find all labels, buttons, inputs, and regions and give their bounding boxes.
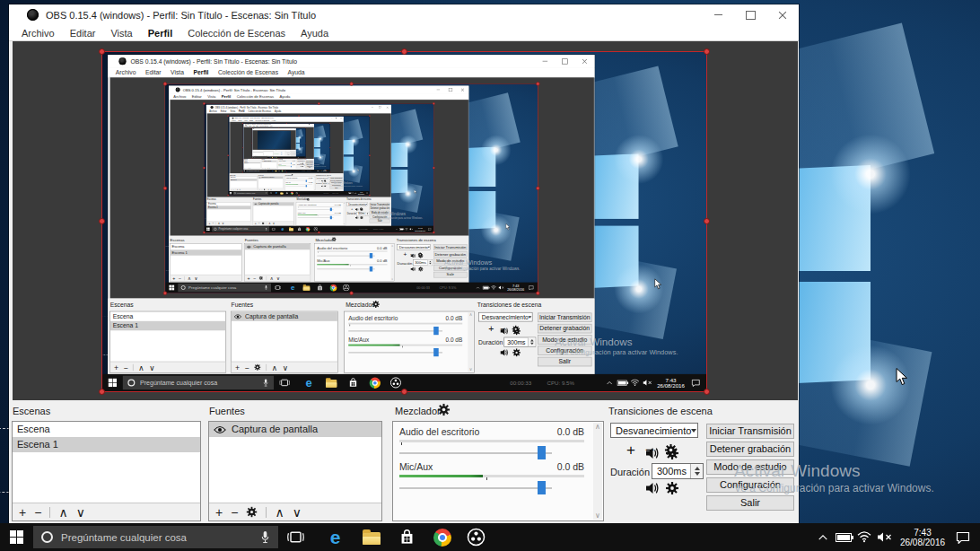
duration-spinner[interactable]: 300ms [301, 164, 305, 166]
source-up-button[interactable]: ∧ [272, 363, 277, 372]
scene-up-button[interactable]: ∧ [138, 363, 144, 372]
search-input[interactable]: Pregúntame cualquier cosa [123, 376, 274, 389]
source-item-selected[interactable]: Captura de pantalla [261, 161, 276, 162]
remove-source-button[interactable]: − [261, 188, 262, 190]
selection-handle[interactable] [163, 187, 167, 190]
battery-icon[interactable] [348, 192, 351, 193]
taskbar-clock[interactable]: 7:43 26/08/2016 [896, 528, 949, 547]
add-source-button[interactable]: + [247, 276, 249, 280]
add-scene-button[interactable]: + [172, 276, 175, 280]
selection-handle[interactable] [318, 232, 320, 234]
transition-properties-icon[interactable] [664, 443, 678, 457]
studio-mode-button[interactable]: Modo de estudio [433, 258, 467, 264]
scene-item-selected[interactable]: Escena 1 [13, 437, 200, 452]
edge-icon[interactable]: e [272, 170, 274, 172]
screen-capture-source[interactable]: OBS 0.15.4 (windows) - Perfil: Sin Títul… [243, 123, 330, 172]
spinner-arrows[interactable] [690, 464, 703, 478]
selection-handle[interactable] [704, 48, 710, 55]
volume-slider[interactable] [348, 348, 462, 357]
scene-up-button[interactable]: ∧ [218, 222, 220, 224]
menu-item-archivo[interactable]: Archivo [116, 69, 136, 75]
add-source-button[interactable]: + [215, 506, 223, 519]
volume-slider-handle[interactable] [330, 208, 332, 211]
add-transition-button[interactable]: + [626, 442, 635, 458]
mic-icon[interactable] [266, 171, 267, 171]
exit-button[interactable]: Salir [538, 357, 591, 366]
add-scene-button[interactable]: + [114, 363, 118, 372]
eye-icon[interactable] [234, 313, 242, 319]
selection-handle[interactable] [286, 123, 287, 124]
maximize-button[interactable] [444, 86, 457, 94]
selection-handle[interactable] [242, 147, 243, 148]
selection-handle[interactable] [305, 158, 306, 159]
volume-slider-handle[interactable] [330, 216, 332, 219]
selection-handle[interactable] [536, 82, 539, 85]
menu-item-archivo[interactable]: Archivo [209, 110, 217, 113]
minimize-button[interactable] [432, 86, 444, 94]
screen-capture-source[interactable] [258, 131, 291, 150]
file-explorer-icon[interactable] [324, 374, 339, 391]
edge-icon[interactable]: e [302, 374, 317, 391]
close-button[interactable] [457, 86, 469, 94]
search-input[interactable]: Pregúntame cualquier cosa [246, 170, 267, 171]
task-view-button[interactable] [269, 191, 273, 195]
studio-mode-button[interactable]: Modo de estudio [706, 459, 794, 475]
taskbar-clock[interactable]: 7:43 26/08/2016 [414, 227, 426, 232]
source-item-selected[interactable]: Captura de pantalla [253, 202, 293, 206]
stop-recording-button[interactable]: Detener grabación [706, 442, 794, 457]
tray-chevron-icon[interactable] [603, 380, 616, 385]
menu-item-coleccion[interactable]: Colección de Escenas [188, 28, 285, 39]
volume-slider-handle[interactable] [306, 185, 307, 187]
battery-icon[interactable] [616, 380, 629, 385]
taskbar-clock[interactable]: 7:43 26/08/2016 [654, 377, 687, 389]
source-properties-icon[interactable] [254, 363, 261, 371]
add-scene-button[interactable]: + [208, 222, 210, 224]
screen-capture-source[interactable]: OBS 0.15.4 (windows) - Perfil: Sin Títul… [204, 103, 433, 232]
task-view-button[interactable] [271, 226, 276, 232]
selection-handle[interactable] [99, 48, 105, 55]
title-bar[interactable]: OBS 0.15.4 (windows) - Perfil: Sin Títul… [9, 4, 799, 25]
chrome-icon[interactable] [305, 226, 311, 232]
stop-recording-button[interactable]: Detener grabación [370, 206, 390, 210]
selection-handle[interactable] [329, 171, 330, 172]
mixer-settings-icon[interactable] [292, 174, 293, 176]
remove-scene-button[interactable]: − [34, 506, 41, 519]
transition-properties-icon[interactable] [324, 179, 326, 181]
selection-handle[interactable] [163, 292, 167, 295]
spinner-arrows[interactable] [366, 212, 369, 215]
source-down-button[interactable]: ∨ [276, 276, 280, 280]
source-properties-icon[interactable] [258, 276, 263, 280]
selection-handle[interactable] [704, 218, 710, 224]
minimize-button[interactable] [535, 55, 555, 67]
remove-scene-button[interactable]: − [233, 188, 234, 190]
scene-down-button[interactable]: ∨ [76, 506, 85, 519]
volume-slider[interactable] [399, 481, 584, 495]
search-input[interactable]: Pregúntame cualquier cosa [178, 284, 271, 292]
exit-button[interactable]: Salir [306, 167, 314, 169]
tray-chevron-icon[interactable] [474, 286, 481, 290]
selection-handle[interactable] [329, 123, 330, 124]
maximize-button[interactable] [555, 55, 574, 67]
eye-icon[interactable] [254, 203, 257, 205]
file-explorer-icon[interactable] [359, 523, 383, 551]
scene-item-selected[interactable]: Escena 1 [244, 162, 261, 164]
taskbar-clock[interactable]: 7:43 26/08/2016 [505, 284, 526, 291]
selection-handle[interactable] [329, 147, 330, 148]
eye-icon[interactable] [214, 425, 226, 434]
selection-handle[interactable] [318, 102, 320, 105]
scene-up-button[interactable]: ∧ [188, 276, 191, 280]
studio-mode-button[interactable]: Modo de estudio [538, 335, 591, 344]
wifi-icon[interactable] [854, 531, 874, 543]
volume-slider-handle[interactable] [370, 253, 372, 258]
volume-slider[interactable] [317, 253, 387, 258]
duration-spinner[interactable]: 300ms [413, 259, 433, 266]
duration-spinner[interactable]: 300ms [357, 212, 370, 215]
menu-item-vista[interactable]: Vista [171, 69, 184, 75]
scene-down-button[interactable]: ∨ [222, 222, 223, 224]
selection-handle[interactable] [369, 195, 371, 197]
mixer-settings-icon[interactable] [372, 300, 380, 308]
start-streaming-button[interactable]: Iniciar Transmisión [706, 424, 794, 439]
selection-handle[interactable] [536, 292, 539, 295]
taskbar-clock[interactable]: 7:43 26/08/2016 [357, 192, 365, 195]
remove-scene-button[interactable]: − [212, 222, 214, 224]
